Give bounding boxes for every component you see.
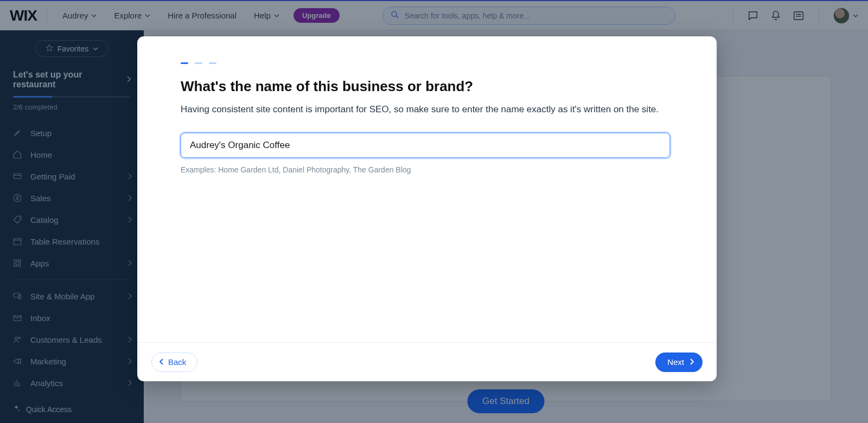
chevron-left-icon [159, 357, 164, 367]
modal-title: What's the name of this business or bran… [181, 78, 673, 95]
next-button[interactable]: Next [655, 352, 703, 372]
step-indicator [181, 62, 673, 64]
modal-body: What's the name of this business or bran… [137, 36, 717, 342]
next-label: Next [667, 357, 684, 367]
business-name-input[interactable] [181, 133, 670, 158]
back-button[interactable]: Back [151, 352, 197, 372]
seo-setup-modal: What's the name of this business or bran… [137, 36, 717, 381]
modal-footer: Back Next [137, 342, 717, 381]
modal-subtitle: Having consistent site content is import… [181, 102, 672, 117]
step-dash [195, 62, 202, 64]
step-dash [181, 62, 188, 64]
chevron-right-icon [690, 357, 694, 367]
step-dash [209, 62, 216, 64]
examples-text: Examples: Home Garden Ltd, Daniel Photog… [181, 165, 673, 174]
back-label: Back [168, 357, 186, 367]
